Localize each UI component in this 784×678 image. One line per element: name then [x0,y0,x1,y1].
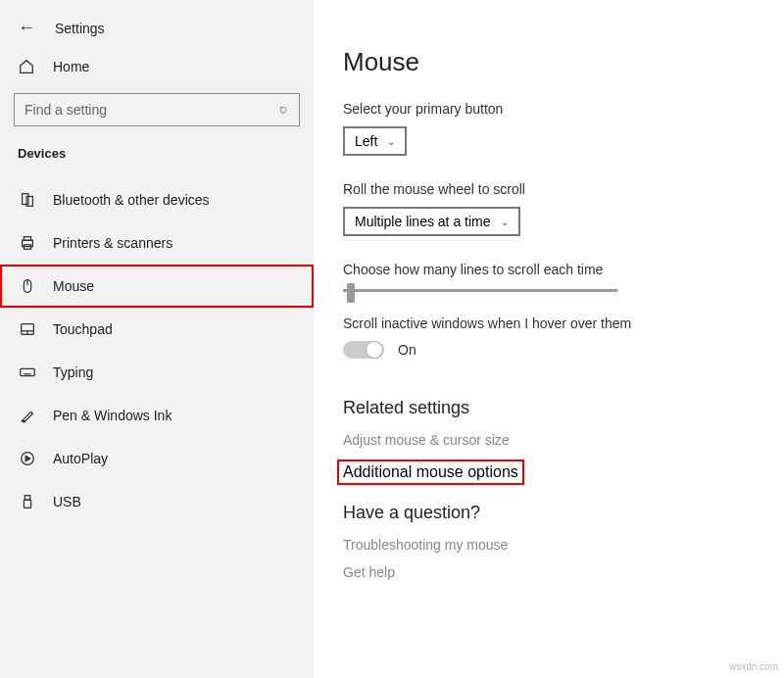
svg-rect-18 [24,500,30,508]
devices-icon [18,191,37,209]
lines-slider[interactable] [343,289,617,292]
nav-autoplay[interactable]: AutoPlay [0,437,314,480]
nav-pen[interactable]: Pen & Windows Ink [0,394,314,437]
additional-mouse-options-link[interactable]: Additional mouse options [337,460,524,485]
page-title: Mouse [343,47,764,77]
troubleshoot-link[interactable]: Troubleshooting my mouse [343,531,764,558]
home-nav[interactable]: Home [0,48,314,87]
category-label: Devices [0,142,314,178]
keyboard-icon [18,363,37,381]
printer-icon [18,234,37,252]
slider-thumb[interactable] [347,283,355,303]
chevron-down-icon: ⌄ [387,136,395,147]
lines-label: Choose how many lines to scroll each tim… [343,262,764,277]
primary-button-label: Select your primary button [343,101,764,117]
search-box[interactable]: ⌕ [14,93,300,126]
app-title: Settings [55,21,105,36]
dropdown-value: Multiple lines at a time [355,214,491,229]
home-icon [18,58,37,75]
nav-label: Printers & scanners [53,235,172,251]
autoplay-icon [18,450,37,467]
adjust-cursor-link[interactable]: Adjust mouse & cursor size [343,426,764,454]
nav-label: Mouse [53,278,94,294]
chevron-down-icon: ⌄ [501,217,509,227]
search-icon: ⌕ [277,106,293,114]
inactive-label: Scroll inactive windows when I hover ove… [343,315,764,331]
toggle-state: On [398,342,416,358]
get-help-link[interactable]: Get help [343,558,764,586]
nav-mouse[interactable]: Mouse [0,265,314,308]
usb-icon [18,493,37,510]
home-label: Home [53,59,89,74]
related-settings-head: Related settings [343,398,764,418]
nav-usb[interactable]: USB [0,480,314,523]
nav-label: Typing [53,364,93,380]
nav-touchpad[interactable]: Touchpad [0,308,314,351]
svg-rect-3 [24,237,30,241]
sidebar: ← Settings Home ⌕ Devices Bluetooth & ot… [0,0,314,678]
nav-label: AutoPlay [53,451,108,466]
topbar: ← Settings [0,10,314,48]
inactive-toggle[interactable] [343,341,384,359]
scroll-mode-label: Roll the mouse wheel to scroll [343,181,764,197]
pen-icon [18,407,37,424]
dropdown-value: Left [355,133,377,149]
question-head: Have a question? [343,503,764,523]
nav-label: Touchpad [53,321,113,337]
back-button[interactable]: ← [18,18,35,38]
nav-label: Bluetooth & other devices [53,192,210,208]
primary-button-dropdown[interactable]: Left ⌄ [343,126,407,156]
watermark: wsxdn.com [729,661,778,672]
nav-printers[interactable]: Printers & scanners [0,221,314,265]
svg-rect-0 [23,194,28,205]
nav-label: USB [53,494,81,509]
mouse-icon [18,277,37,295]
scroll-mode-dropdown[interactable]: Multiple lines at a time ⌄ [343,207,520,236]
search-input[interactable] [24,102,281,118]
svg-rect-10 [21,368,34,375]
nav-typing[interactable]: Typing [0,351,314,394]
main-content: Mouse Select your primary button Left ⌄ … [314,0,784,678]
nav-label: Pen & Windows Ink [53,408,172,423]
svg-rect-17 [24,496,29,501]
nav-bluetooth[interactable]: Bluetooth & other devices [0,178,314,221]
touchpad-icon [18,320,37,338]
